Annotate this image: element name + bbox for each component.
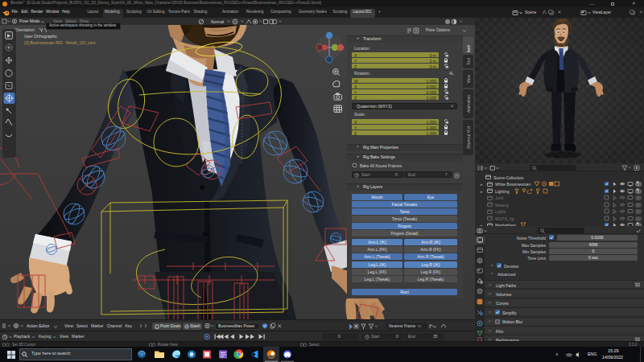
svg-text:Item: Item xyxy=(466,45,471,53)
svg-text:View: View xyxy=(466,74,471,83)
svg-text:Normal: Normal xyxy=(211,19,224,24)
svg-text:Tool: Tool xyxy=(466,58,471,65)
svg-text:Shortcut VUr: Shortcut VUr xyxy=(466,125,471,149)
svg-text:Animation: Animation xyxy=(466,95,471,113)
